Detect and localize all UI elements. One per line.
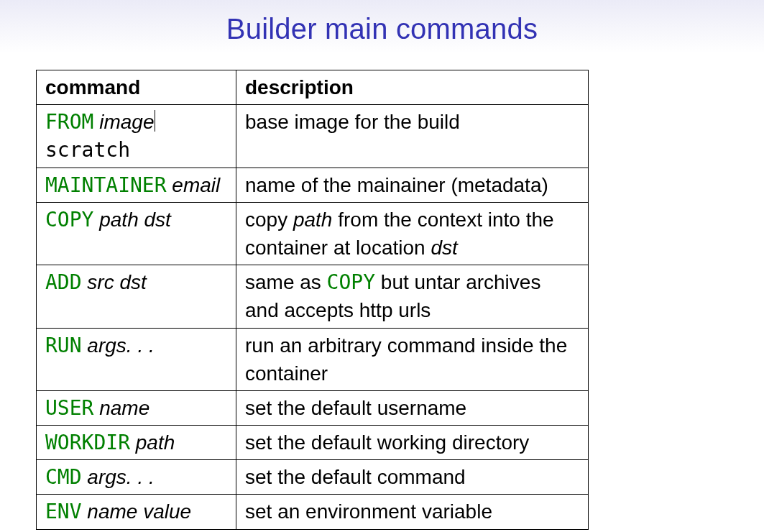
description-text: set the default command xyxy=(245,466,466,488)
slide: Builder main commands command descriptio… xyxy=(0,0,764,532)
command-cell: RUN args. . . xyxy=(37,328,236,390)
description-cell: same as COPY but untar archives and acce… xyxy=(236,265,589,328)
command-cell: COPY path dst xyxy=(37,202,236,265)
command-arg: name xyxy=(99,397,149,419)
table-row: ENV name valueset an environment variabl… xyxy=(37,495,589,529)
description-cell: run an arbitrary command inside the cont… xyxy=(236,328,589,390)
table-row: RUN args. . .run an arbitrary command in… xyxy=(37,328,589,390)
command-keyword: USER xyxy=(45,396,93,420)
description-text: set an environment variable xyxy=(245,500,492,523)
table-row: FROM imagescratchbase image for the buil… xyxy=(37,105,589,168)
description-keyword: COPY xyxy=(327,270,375,294)
command-keyword: COPY xyxy=(45,208,93,231)
description-text: copy xyxy=(245,208,293,231)
description-cell: base image for the build xyxy=(236,105,589,168)
command-arg: args. . . xyxy=(87,466,154,488)
description-cell: set an environment variable xyxy=(236,495,589,529)
command-alt: scratch xyxy=(45,138,130,162)
command-keyword: RUN xyxy=(45,334,82,357)
command-cell: MAINTAINER email xyxy=(37,168,236,202)
description-cell: set the default working directory xyxy=(236,426,589,460)
command-keyword: ENV xyxy=(45,500,82,523)
table-row: CMD args. . .set the default command xyxy=(37,460,589,495)
command-keyword: CMD xyxy=(45,465,82,489)
command-arg: name value xyxy=(87,500,191,523)
command-arg: args. . . xyxy=(87,334,154,357)
table-header-row: command description xyxy=(37,70,589,105)
commands-table: command description FROM imagescratchbas… xyxy=(36,70,589,530)
command-keyword: WORKDIR xyxy=(45,431,130,454)
description-cell: set the default command xyxy=(236,460,589,495)
command-keyword: ADD xyxy=(45,270,82,294)
description-cell: name of the mainainer (metadata) xyxy=(236,168,589,202)
table-row: COPY path dstcopy path from the context … xyxy=(37,202,589,265)
description-cell: copy path from the context into the cont… xyxy=(236,202,589,265)
description-cell: set the default username xyxy=(236,390,589,425)
description-text: same as xyxy=(245,271,327,293)
command-cell: CMD args. . . xyxy=(37,460,236,495)
command-cell: FROM imagescratch xyxy=(37,105,236,168)
description-text: run an arbitrary command inside the cont… xyxy=(245,334,567,385)
command-cell: ENV name value xyxy=(37,495,236,529)
slide-title: Builder main commands xyxy=(0,13,764,45)
header-command: command xyxy=(37,70,236,105)
command-arg: image xyxy=(99,111,154,133)
command-keyword: MAINTAINER xyxy=(45,173,167,197)
description-text: base image for the build xyxy=(245,111,460,133)
description-text: set the default username xyxy=(245,397,466,419)
command-keyword: FROM xyxy=(45,110,93,134)
command-cell: USER name xyxy=(37,390,236,425)
command-cell: WORKDIR path xyxy=(37,426,236,460)
command-arg: path xyxy=(136,431,175,454)
table-row: MAINTAINER emailname of the mainainer (m… xyxy=(37,168,589,202)
header-description: description xyxy=(236,70,589,105)
command-cell: ADD src dst xyxy=(37,265,236,328)
description-text: set the default working directory xyxy=(245,431,529,454)
table-wrap: command description FROM imagescratchbas… xyxy=(36,70,764,530)
description-arg: dst xyxy=(431,237,457,259)
table-row: WORKDIR pathset the default working dire… xyxy=(37,426,589,460)
command-arg: path dst xyxy=(99,208,171,231)
description-arg: path xyxy=(293,208,333,231)
table-row: ADD src dstsame as COPY but untar archiv… xyxy=(37,265,589,328)
pipe-separator xyxy=(155,110,155,132)
command-arg: src dst xyxy=(87,271,146,293)
command-arg: email xyxy=(172,174,220,196)
table-row: USER nameset the default username xyxy=(37,390,589,425)
description-text: name of the mainainer (metadata) xyxy=(245,174,548,196)
